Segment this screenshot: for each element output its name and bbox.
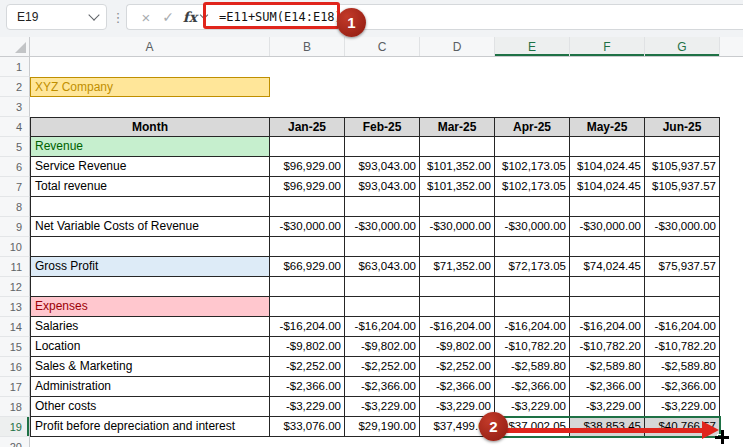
cell-E11[interactable]: $72,173.05: [495, 257, 570, 277]
cell-F1[interactable]: [570, 57, 645, 77]
cell-A13[interactable]: Expenses: [30, 297, 270, 317]
cell-C7[interactable]: $93,043.00: [345, 177, 420, 197]
cell-G10[interactable]: [645, 237, 720, 257]
cell-C18[interactable]: -$3,229.00: [345, 397, 420, 417]
cell-D19[interactable]: $37,499.00: [420, 417, 495, 437]
cell-E12[interactable]: [495, 277, 570, 297]
insert-function-icon[interactable]: fx: [179, 6, 201, 28]
row-header-19[interactable]: 19: [0, 417, 30, 437]
cell-B8[interactable]: [270, 197, 345, 217]
cell-G3[interactable]: [645, 97, 720, 117]
row-header-20[interactable]: 20: [0, 437, 30, 447]
cell-F12[interactable]: [570, 277, 645, 297]
cell-F13[interactable]: [570, 297, 645, 317]
cell-A6[interactable]: Service Revenue: [30, 157, 270, 177]
cell-F19[interactable]: $38,853.45: [570, 417, 645, 437]
cell-F2[interactable]: [570, 77, 645, 97]
cell-G1[interactable]: [645, 57, 720, 77]
cell-G14[interactable]: -$16,204.00: [645, 317, 720, 337]
cell-A20[interactable]: [30, 437, 270, 447]
cell-G17[interactable]: -$2,366.00: [645, 377, 720, 397]
row-header-10[interactable]: 10: [0, 237, 30, 257]
cell-E3[interactable]: [495, 97, 570, 117]
cell-G11[interactable]: $75,937.57: [645, 257, 720, 277]
cell-A9[interactable]: Net Variable Costs of Revenue: [30, 217, 270, 237]
column-header-G[interactable]: G: [645, 37, 720, 56]
cell-B7[interactable]: $96,929.00: [270, 177, 345, 197]
cell-B20[interactable]: [270, 437, 345, 447]
row-header-8[interactable]: 8: [0, 197, 30, 217]
cell-C4[interactable]: Feb-25: [345, 117, 420, 137]
cell-G19[interactable]: $40,766.57: [645, 417, 720, 437]
cell-D6[interactable]: $101,352.00: [420, 157, 495, 177]
column-header-B[interactable]: B: [270, 37, 345, 56]
formula-input[interactable]: =E11+SUM(E14:E18): [219, 10, 342, 24]
cell-C19[interactable]: $29,190.00: [345, 417, 420, 437]
cell-G4[interactable]: Jun-25: [645, 117, 720, 137]
cell-C16[interactable]: -$2,252.00: [345, 357, 420, 377]
cell-G8[interactable]: [645, 197, 720, 217]
cell-G2[interactable]: [645, 77, 720, 97]
cell-A5[interactable]: Revenue: [30, 137, 270, 157]
cell-B11[interactable]: $66,929.00: [270, 257, 345, 277]
cell-E2[interactable]: [495, 77, 570, 97]
cell-E1[interactable]: [495, 57, 570, 77]
formula-input-area[interactable]: × ✓ fx =E11+SUM(E14:E18): [126, 4, 743, 30]
cell-A19[interactable]: Profit before depreciation and interest: [30, 417, 270, 437]
cell-D2[interactable]: [420, 77, 495, 97]
cell-G20[interactable]: [645, 437, 720, 447]
cell-C9[interactable]: -$30,000.00: [345, 217, 420, 237]
cell-E20[interactable]: [495, 437, 570, 447]
row-header-13[interactable]: 13: [0, 297, 30, 317]
cell-C12[interactable]: [345, 277, 420, 297]
cell-D14[interactable]: -$16,204.00: [420, 317, 495, 337]
cell-A17[interactable]: Administration: [30, 377, 270, 397]
row-header-2[interactable]: 2: [0, 77, 30, 97]
cell-G6[interactable]: $105,937.57: [645, 157, 720, 177]
cell-A4[interactable]: Month: [30, 117, 270, 137]
cell-D15[interactable]: -$9,802.00: [420, 337, 495, 357]
cell-F8[interactable]: [570, 197, 645, 217]
cell-F5[interactable]: [570, 137, 645, 157]
cell-D3[interactable]: [420, 97, 495, 117]
cell-G15[interactable]: -$10,782.20: [645, 337, 720, 357]
enter-icon[interactable]: ✓: [157, 6, 179, 28]
row-header-14[interactable]: 14: [0, 317, 30, 337]
cell-A7[interactable]: Total revenue: [30, 177, 270, 197]
column-header-F[interactable]: F: [570, 37, 645, 56]
cell-B4[interactable]: Jan-25: [270, 117, 345, 137]
column-header-C[interactable]: C: [345, 37, 420, 56]
cell-E14[interactable]: -$16,204.00: [495, 317, 570, 337]
formula-bar-handle-icon[interactable]: ⋮: [112, 4, 124, 30]
cell-B10[interactable]: [270, 237, 345, 257]
cell-D11[interactable]: $71,352.00: [420, 257, 495, 277]
cell-D20[interactable]: [420, 437, 495, 447]
cell-D7[interactable]: $101,352.00: [420, 177, 495, 197]
cell-C14[interactable]: -$16,204.00: [345, 317, 420, 337]
cell-E9[interactable]: -$30,000.00: [495, 217, 570, 237]
cell-F14[interactable]: -$16,204.00: [570, 317, 645, 337]
cell-E16[interactable]: -$2,589.80: [495, 357, 570, 377]
cell-E19[interactable]: $37,002.05: [495, 417, 570, 437]
cell-B5[interactable]: [270, 137, 345, 157]
cell-D5[interactable]: [420, 137, 495, 157]
cell-C13[interactable]: [345, 297, 420, 317]
cell-B18[interactable]: -$3,229.00: [270, 397, 345, 417]
cell-B17[interactable]: -$2,366.00: [270, 377, 345, 397]
cell-G18[interactable]: -$3,229.00: [645, 397, 720, 417]
cell-D18[interactable]: -$3,229.00: [420, 397, 495, 417]
cell-F18[interactable]: -$3,229.00: [570, 397, 645, 417]
cell-D9[interactable]: -$30,000.00: [420, 217, 495, 237]
cell-D8[interactable]: [420, 197, 495, 217]
cell-A12[interactable]: [30, 277, 270, 297]
cell-B16[interactable]: -$2,252.00: [270, 357, 345, 377]
cell-D12[interactable]: [420, 277, 495, 297]
cell-B3[interactable]: [270, 97, 345, 117]
cell-B9[interactable]: -$30,000.00: [270, 217, 345, 237]
row-header-4[interactable]: 4: [0, 117, 30, 137]
cell-F6[interactable]: $104,024.45: [570, 157, 645, 177]
cell-A8[interactable]: [30, 197, 270, 217]
cell-A1[interactable]: [30, 57, 270, 77]
select-all-corner[interactable]: [0, 37, 30, 56]
cell-C17[interactable]: -$2,366.00: [345, 377, 420, 397]
